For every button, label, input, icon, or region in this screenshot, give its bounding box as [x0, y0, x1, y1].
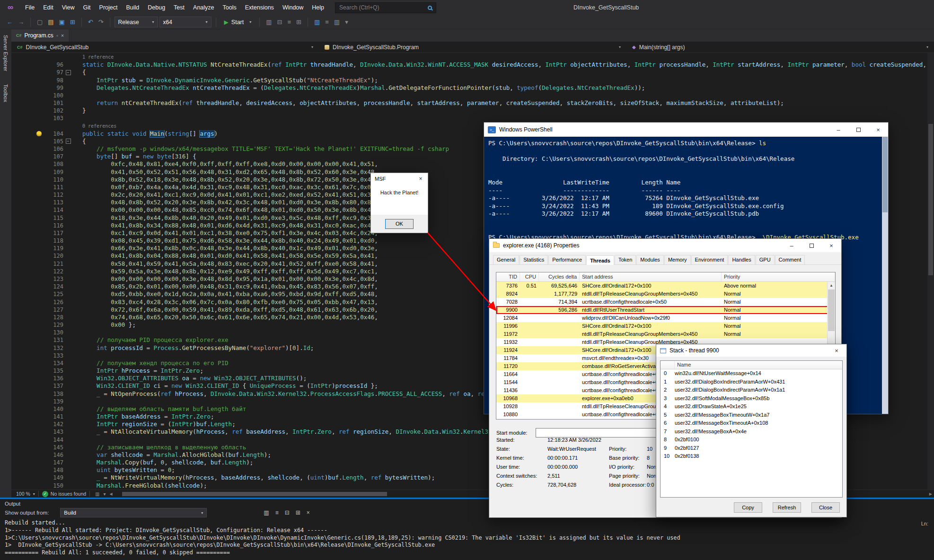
tab-general[interactable]: General — [493, 255, 519, 264]
word-wrap-icon[interactable]: ⊞ — [296, 509, 300, 516]
more-commands-icon[interactable]: ▾ — [343, 18, 350, 26]
ok-button[interactable]: OK — [385, 219, 414, 229]
tab-program-cs[interactable]: C# Program.cs ◦ × — [11, 29, 69, 42]
code-line-99[interactable]: 99 Delegates.NtCreateThreadEx ntCreateTh… — [11, 84, 927, 92]
thread-row-9900[interactable]: 9900596,286ntdll.dll!RtlUserThreadStartN… — [496, 306, 835, 314]
maximize-button[interactable] — [802, 239, 821, 252]
console-scrollbar[interactable] — [882, 137, 888, 414]
goto-message-icon[interactable]: ≡ — [275, 509, 279, 516]
column-header-tid[interactable]: TID — [496, 272, 520, 281]
codelens-row[interactable]: 1 reference — [11, 53, 927, 61]
bookmark-prev-icon[interactable]: ▥ — [332, 18, 342, 26]
code-line-102[interactable]: 102} — [11, 107, 927, 114]
menu-debug[interactable]: Debug — [143, 0, 169, 15]
stack-frame-list[interactable]: Name 0win32u.dll!NtUserWaitMessage+0x141… — [660, 360, 843, 498]
menu-project[interactable]: Project — [95, 0, 122, 15]
name-column-header[interactable]: Name — [675, 361, 842, 369]
thread-row-7028[interactable]: 7028714,394ucrtbase.dll!configthreadloca… — [496, 298, 835, 306]
thread-row-8924[interactable]: 89241,177,729ntdll.dll!TpReleaseCleanupG… — [496, 290, 835, 298]
menu-extensions[interactable]: Extensions — [241, 0, 278, 15]
column-header-cpu[interactable]: CPU — [520, 272, 539, 281]
button-copy[interactable]: Copy — [734, 502, 762, 513]
tab-performance[interactable]: Performance — [548, 255, 586, 264]
stack-frame-1[interactable]: 1user32.dll!DialogBoxIndirectParamAorW+0… — [661, 378, 842, 386]
configuration-dropdown[interactable]: Release ▾ — [115, 17, 158, 27]
platform-dropdown[interactable]: x64 ▾ — [159, 17, 211, 27]
zoom-control[interactable]: 100 % — [16, 491, 30, 497]
breadcrumb-seg-0[interactable]: C#DInvoke_GetSyscallStub▾ — [11, 42, 319, 52]
open-file-icon[interactable]: ▤ — [46, 18, 55, 26]
output-log[interactable]: Rebuild started...1>------ Rebuild All s… — [0, 519, 934, 557]
menu-tools[interactable]: Tools — [219, 0, 241, 15]
index-column-header[interactable] — [661, 361, 675, 369]
tab-threads[interactable]: Threads — [586, 255, 614, 265]
indent-icon[interactable]: ≡ — [285, 18, 293, 26]
comment-icon[interactable]: ⊞ — [294, 18, 303, 26]
thread-row-12084[interactable]: 12084wlidprov.dll!DllCanUnloadNow+0x29f0… — [496, 314, 835, 322]
tab-statistics[interactable]: Statistics — [520, 255, 548, 264]
scroll-right-icon[interactable]: ▶ — [929, 492, 932, 496]
menu-analyze[interactable]: Analyze — [189, 0, 218, 15]
save-icon[interactable]: ▣ — [57, 18, 67, 26]
breadcrumb-seg-2[interactable]: ◆Main(string[] args)▾ — [626, 42, 934, 52]
column-header-start-address[interactable]: Start address — [580, 272, 722, 281]
tab-comment[interactable]: Comment — [775, 255, 805, 264]
stack-titlebar[interactable]: Stack - thread 9900 × — [656, 344, 846, 357]
stack-frame-4[interactable]: 4user32.dll!DrawStateA+0x1e25 — [661, 402, 842, 411]
side-tab-toolbox[interactable]: Toolbox — [3, 84, 9, 102]
code-line-101[interactable]: 101 return ntCreateThreadEx(ref threadHa… — [11, 99, 927, 107]
stack-frame-7[interactable]: 7user32.dll!MessageBoxA+0x4e — [661, 428, 842, 436]
code-line-100[interactable]: 100 — [11, 92, 927, 99]
msf-messagebox[interactable]: MSF × Hack the Planet! OK — [370, 173, 428, 233]
issues-status[interactable]: No issues found — [51, 491, 86, 497]
filter-icon[interactable]: ▥ — [95, 491, 99, 497]
properties-titlebar[interactable]: explorer.exe (4168) Properties – × — [489, 239, 841, 252]
bookmark-next-icon[interactable]: ≡ — [323, 18, 331, 26]
stack-window[interactable]: Stack - thread 9900 × Name 0win32u.dll!N… — [656, 344, 847, 517]
thread-row-11996[interactable]: 11996SHCore.dll!Ordinal172+0x100Normal — [496, 322, 835, 330]
column-header-cycles-delta[interactable]: Cycles delta — [539, 272, 580, 281]
redo-icon[interactable]: ↷ — [97, 18, 106, 26]
stack-frame-2[interactable]: 2user32.dll!DialogBoxIndirectParamAorW+0… — [661, 386, 842, 394]
thread-row-11972[interactable]: 11972ntdll.dll!TpReleaseCleanupGroupMemb… — [496, 330, 835, 338]
search-box[interactable]: Search (Ctrl+Q) — [335, 2, 436, 13]
close-button[interactable]: × — [827, 344, 846, 357]
options-icon[interactable]: ▾ — [104, 491, 106, 497]
button-refresh[interactable]: Refresh — [773, 502, 801, 513]
stack-frame-10[interactable]: 100x2bf0138 — [661, 452, 842, 461]
navigate-forward-icon[interactable]: → — [16, 18, 26, 26]
code-line-98[interactable]: 98 IntPtr stub = DInvoke.DynamicInvoke.G… — [11, 77, 927, 84]
code-line-96[interactable]: 96static DInvoke.Data.Native.NTSTATUS Nt… — [11, 61, 927, 69]
outline-icon[interactable]: ⊟ — [275, 18, 284, 26]
stack-frame-5[interactable]: 5user32.dll!MessageBoxTimeoutW+0x1a7 — [661, 411, 842, 420]
minimize-button[interactable]: – — [828, 122, 848, 137]
close-icon[interactable]: × — [61, 33, 64, 38]
code-line-97[interactable]: 97−{ — [11, 69, 927, 76]
stack-frame-6[interactable]: 6user32.dll!MessageBoxTimeoutA+0x108 — [661, 419, 842, 428]
tab-handles[interactable]: Handles — [728, 255, 755, 264]
button-close[interactable]: Close — [811, 502, 840, 513]
scrollbar-thumb[interactable] — [928, 124, 933, 275]
close-button[interactable]: × — [414, 173, 428, 184]
menu-view[interactable]: View — [58, 0, 79, 15]
scrollbar-thumb[interactable] — [882, 137, 888, 212]
scroll-left-icon[interactable]: ◀ — [110, 492, 113, 496]
undo-icon[interactable]: ↶ — [86, 18, 95, 26]
collapse-region-icon[interactable]: − — [66, 139, 71, 144]
new-file-icon[interactable]: ▢ — [35, 18, 44, 26]
close-panel-icon[interactable]: × — [307, 509, 310, 516]
scrollbar-thumb[interactable] — [122, 492, 387, 496]
stack-frame-8[interactable]: 80x2bf0100 — [661, 436, 842, 444]
menu-build[interactable]: Build — [122, 0, 143, 15]
stack-frame-9[interactable]: 90x2bf0127 — [661, 444, 842, 453]
side-tab-server-explorer[interactable]: Server Explorer — [3, 35, 9, 71]
start-debug-button[interactable]: ▶ Start ▾ — [220, 19, 256, 26]
menu-git[interactable]: Git — [79, 0, 95, 15]
column-header-priority[interactable]: Priority — [722, 272, 835, 281]
bookmark-icon[interactable]: ▥ — [312, 18, 322, 26]
editor-vertical-scrollbar[interactable] — [927, 53, 934, 490]
attach-process-icon[interactable]: ▥ — [264, 18, 273, 26]
scrollbar-thumb[interactable] — [828, 289, 835, 331]
menu-test[interactable]: Test — [169, 0, 189, 15]
collapse-region-icon[interactable]: − — [66, 70, 71, 75]
